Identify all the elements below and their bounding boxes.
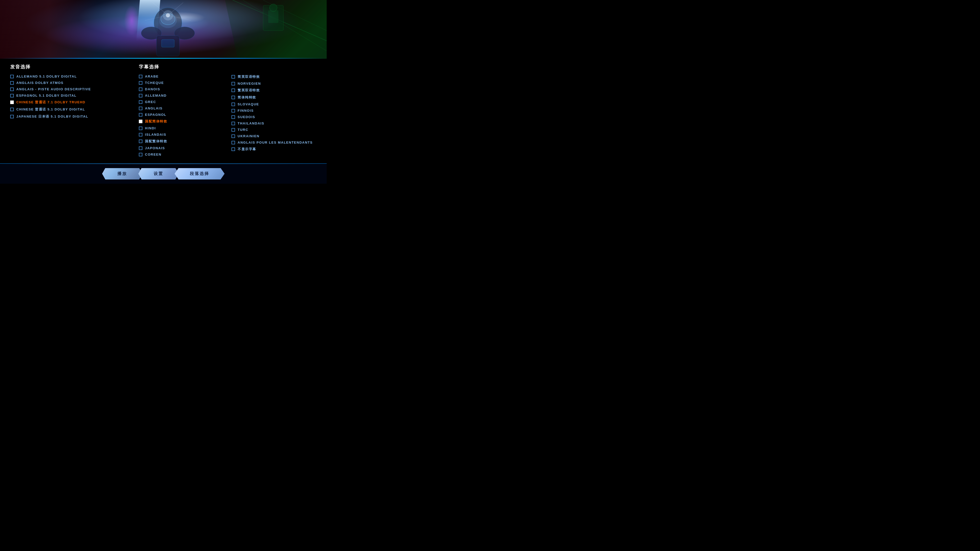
subtitle-option-sub22[interactable]: TURC bbox=[231, 128, 317, 132]
subtitle-option-sub1[interactable]: ARABE bbox=[139, 75, 224, 78]
subtitle-option-sub10[interactable]: ISLANDAIS bbox=[139, 133, 224, 137]
option-label-aud1: ALLEMAND 5.1 DOLBY DIGITAL bbox=[16, 75, 77, 78]
checkbox-sub20[interactable] bbox=[231, 115, 235, 119]
subtitle-option-list-col1: ARABETCHEQUEDANOISALLEMANDGRECANGLAISESP… bbox=[139, 75, 224, 156]
checkbox-sub14[interactable] bbox=[231, 75, 235, 79]
option-label-sub20: SUEDOIS bbox=[238, 115, 255, 119]
option-label-sub13: COREEN bbox=[145, 152, 162, 156]
checkbox-aud4[interactable] bbox=[10, 94, 14, 97]
subtitle-col1: 字幕选择 ARABETCHEQUEDANOISALLEMANDGRECANGLA… bbox=[139, 64, 224, 158]
option-label-sub17: 简体纯特效 bbox=[238, 95, 256, 100]
checkbox-sub13[interactable] bbox=[139, 153, 142, 156]
checkbox-sub12[interactable] bbox=[139, 146, 142, 150]
subtitle-option-sub24[interactable]: ANGLAIS POUR LES MALENTENDANTS bbox=[231, 141, 317, 144]
checkbox-sub4[interactable] bbox=[139, 94, 142, 97]
checkbox-sub19[interactable] bbox=[231, 109, 235, 113]
subtitle-option-list-col2: 简英双语特效NORVEGIEN繁英双语特效简体纯特效SLOVAQUEFINNOI… bbox=[231, 75, 317, 151]
checkbox-sub9[interactable] bbox=[139, 127, 142, 130]
checkbox-sub6[interactable] bbox=[139, 106, 142, 110]
option-label-sub25: 不显示字幕 bbox=[238, 147, 256, 151]
subtitle-col2: 简英双语特效NORVEGIEN繁英双语特效简体纯特效SLOVAQUEFINNOI… bbox=[231, 64, 317, 158]
checkbox-sub2[interactable] bbox=[139, 81, 142, 85]
audio-option-aud2[interactable]: ANGLAIS DOLBY ATMOS bbox=[10, 81, 139, 85]
checkbox-aud5[interactable] bbox=[10, 100, 14, 104]
settings-button[interactable]: 设置 bbox=[138, 168, 179, 179]
option-label-sub21: THAILANDAIS bbox=[238, 121, 264, 125]
checkbox-sub18[interactable] bbox=[231, 103, 235, 106]
chapters-button[interactable]: 段落选择 bbox=[175, 168, 224, 179]
option-label-sub14: 简英双语特效 bbox=[238, 75, 260, 79]
subtitle-option-sub4[interactable]: ALLEMAND bbox=[139, 94, 224, 97]
audio-option-list: ALLEMAND 5.1 DOLBY DIGITALANGLAIS DOLBY … bbox=[10, 75, 139, 119]
checkbox-sub24[interactable] bbox=[231, 141, 235, 144]
subtitle-option-sub14[interactable]: 简英双语特效 bbox=[231, 75, 317, 79]
checkbox-sub25[interactable] bbox=[231, 148, 235, 151]
hero-banner bbox=[0, 0, 327, 59]
audio-option-aud1[interactable]: ALLEMAND 5.1 DOLBY DIGITAL bbox=[10, 75, 139, 78]
subtitle-option-sub6[interactable]: ANGLAIS bbox=[139, 106, 224, 110]
audio-title: 发音选择 bbox=[10, 64, 139, 70]
option-label-aud4: ESPAGNOL 5.1 DOLBY DIGITAL bbox=[16, 94, 76, 97]
audio-option-aud6[interactable]: CHINESE 普通话 5.1 DOLBY DIGITAL bbox=[10, 107, 139, 112]
option-label-sub12: JAPONAIS bbox=[145, 146, 165, 150]
option-label-sub8: 国配简体特效 bbox=[145, 119, 167, 124]
subtitle-option-sub20[interactable]: SUEDOIS bbox=[231, 115, 317, 119]
checkbox-aud3[interactable] bbox=[10, 87, 14, 91]
subtitle-option-sub23[interactable]: UKRAINIEN bbox=[231, 134, 317, 138]
audio-option-aud3[interactable]: ANGLAIS - PISTE AUDIO DESCRIPTIVE bbox=[10, 87, 139, 91]
checkbox-aud7[interactable] bbox=[10, 115, 14, 118]
subtitle-option-sub9[interactable]: HINDI bbox=[139, 126, 224, 130]
bottom-navigation: 播放 设置 段落选择 bbox=[0, 163, 327, 184]
audio-option-aud5[interactable]: CHINESE 普通话 7.1 DOLBY TRUEHD bbox=[10, 100, 139, 105]
subtitle-option-sub18[interactable]: SLOVAQUE bbox=[231, 102, 317, 106]
subtitle-option-sub8[interactable]: 国配简体特效 bbox=[139, 119, 224, 124]
subtitle-option-sub12[interactable]: JAPONAIS bbox=[139, 146, 224, 150]
subtitle-option-sub11[interactable]: 国配繁体特效 bbox=[139, 139, 224, 144]
option-label-sub15: NORVEGIEN bbox=[238, 82, 261, 86]
checkbox-sub7[interactable] bbox=[139, 113, 142, 117]
option-label-sub1: ARABE bbox=[145, 75, 159, 78]
option-label-sub16: 繁英双语特效 bbox=[238, 88, 260, 93]
svg-point-19 bbox=[269, 4, 277, 11]
checkbox-sub21[interactable] bbox=[231, 122, 235, 125]
hero-right-decor bbox=[212, 0, 327, 59]
subtitle-option-sub7[interactable]: ESPAGNOL bbox=[139, 113, 224, 117]
subtitle-option-sub25[interactable]: 不显示字幕 bbox=[231, 147, 317, 151]
subtitle-section: 字幕选择 ARABETCHEQUEDANOISALLEMANDGRECANGLA… bbox=[139, 64, 317, 158]
subtitle-option-sub2[interactable]: TCHEQUE bbox=[139, 81, 224, 85]
subtitle-option-sub3[interactable]: DANOIS bbox=[139, 87, 224, 91]
subtitle-title: 字幕选择 bbox=[139, 64, 224, 70]
option-label-sub5: GREC bbox=[145, 100, 156, 104]
subtitle-option-sub15[interactable]: NORVEGIEN bbox=[231, 82, 317, 86]
checkbox-sub17[interactable] bbox=[231, 96, 235, 99]
checkbox-sub10[interactable] bbox=[139, 133, 142, 137]
option-label-aud6: CHINESE 普通话 5.1 DOLBY DIGITAL bbox=[16, 107, 85, 112]
subtitle-option-sub21[interactable]: THAILANDAIS bbox=[231, 121, 317, 125]
checkbox-aud6[interactable] bbox=[10, 108, 14, 111]
checkbox-sub15[interactable] bbox=[231, 82, 235, 86]
play-button[interactable]: 播放 bbox=[102, 168, 142, 179]
option-label-aud2: ANGLAIS DOLBY ATMOS bbox=[16, 81, 64, 85]
checkbox-sub1[interactable] bbox=[139, 75, 142, 78]
checkbox-sub11[interactable] bbox=[139, 140, 142, 143]
option-label-sub4: ALLEMAND bbox=[145, 94, 167, 97]
checkbox-aud2[interactable] bbox=[10, 81, 14, 85]
checkbox-sub8[interactable] bbox=[139, 120, 142, 123]
option-label-aud3: ANGLAIS - PISTE AUDIO DESCRIPTIVE bbox=[16, 87, 91, 91]
subtitle-option-sub5[interactable]: GREC bbox=[139, 100, 224, 104]
checkbox-sub3[interactable] bbox=[139, 87, 142, 91]
option-label-sub3: DANOIS bbox=[145, 87, 160, 91]
subtitle-option-sub19[interactable]: FINNOIS bbox=[231, 109, 317, 113]
audio-option-aud4[interactable]: ESPAGNOL 5.1 DOLBY DIGITAL bbox=[10, 94, 139, 97]
subtitle-option-sub13[interactable]: COREEN bbox=[139, 152, 224, 156]
subtitle-option-sub17[interactable]: 简体纯特效 bbox=[231, 95, 317, 100]
checkbox-aud1[interactable] bbox=[10, 75, 14, 78]
option-label-sub22: TURC bbox=[238, 128, 248, 132]
checkbox-sub22[interactable] bbox=[231, 128, 235, 132]
checkbox-sub23[interactable] bbox=[231, 135, 235, 138]
option-label-sub9: HINDI bbox=[145, 126, 156, 130]
checkbox-sub5[interactable] bbox=[139, 100, 142, 104]
checkbox-sub16[interactable] bbox=[231, 89, 235, 92]
subtitle-option-sub16[interactable]: 繁英双语特效 bbox=[231, 88, 317, 93]
audio-option-aud7[interactable]: JAPANESE 日本语 5.1 DOLBY DIGITAL bbox=[10, 114, 139, 119]
